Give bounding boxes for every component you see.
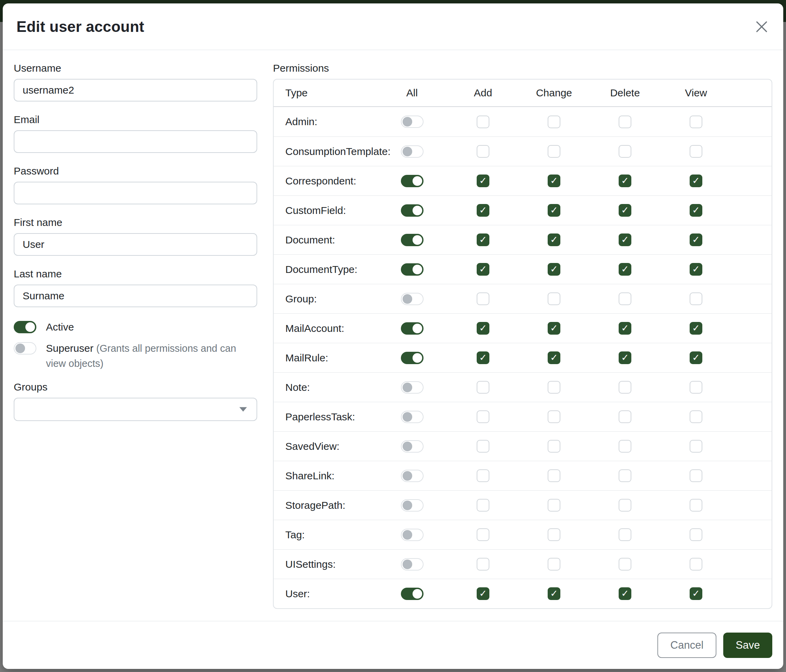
- permission-view-checkbox[interactable]: ✓: [690, 174, 702, 187]
- permission-change-checkbox[interactable]: [548, 558, 560, 570]
- last-name-input[interactable]: [14, 284, 257, 307]
- permission-add-checkbox[interactable]: [477, 381, 489, 394]
- permission-all-toggle[interactable]: [401, 499, 423, 512]
- permission-view-checkbox[interactable]: [690, 145, 702, 158]
- close-button[interactable]: [754, 19, 770, 35]
- permission-add-checkbox[interactable]: ✓: [477, 234, 489, 246]
- email-input[interactable]: [14, 130, 257, 153]
- permission-row: UISettings:: [274, 549, 772, 579]
- active-toggle[interactable]: [14, 321, 36, 333]
- first-name-input[interactable]: [14, 233, 257, 256]
- permission-delete-checkbox[interactable]: ✓: [619, 322, 631, 334]
- permission-delete-checkbox[interactable]: [619, 410, 631, 423]
- username-input[interactable]: [14, 79, 257, 102]
- permission-all-toggle[interactable]: [401, 352, 423, 364]
- permission-add-checkbox[interactable]: [477, 116, 489, 128]
- permission-delete-checkbox[interactable]: [619, 116, 631, 128]
- permission-all-toggle[interactable]: [401, 470, 423, 482]
- permission-change-checkbox[interactable]: [548, 381, 560, 394]
- permission-delete-checkbox[interactable]: [619, 469, 631, 482]
- permission-change-checkbox[interactable]: ✓: [548, 234, 560, 246]
- permission-view-checkbox[interactable]: [690, 528, 702, 541]
- password-input[interactable]: [14, 182, 257, 204]
- permission-delete-checkbox[interactable]: ✓: [619, 352, 631, 364]
- permission-view-checkbox[interactable]: ✓: [690, 234, 702, 246]
- permission-delete-checkbox[interactable]: ✓: [619, 174, 631, 187]
- permission-all-toggle[interactable]: [401, 440, 423, 452]
- permission-add-checkbox[interactable]: ✓: [477, 352, 489, 364]
- permission-change-checkbox[interactable]: [548, 528, 560, 541]
- permission-all-toggle[interactable]: [401, 263, 423, 276]
- permission-add-checkbox[interactable]: ✓: [477, 263, 489, 276]
- permission-all-toggle[interactable]: [401, 145, 423, 158]
- permission-change-checkbox[interactable]: [548, 499, 560, 512]
- permission-view-checkbox[interactable]: ✓: [690, 263, 702, 276]
- permission-all-toggle[interactable]: [401, 322, 423, 334]
- permission-view-checkbox[interactable]: ✓: [690, 204, 702, 217]
- permission-view-checkbox[interactable]: [690, 410, 702, 423]
- permission-all-toggle[interactable]: [401, 381, 423, 394]
- toggle-knob: [402, 471, 412, 481]
- permission-change-checkbox[interactable]: [548, 469, 560, 482]
- save-button[interactable]: Save: [723, 633, 772, 658]
- permission-delete-checkbox[interactable]: [619, 558, 631, 570]
- permission-delete-checkbox[interactable]: [619, 499, 631, 512]
- permission-delete-checkbox[interactable]: [619, 292, 631, 305]
- permission-change-checkbox[interactable]: ✓: [548, 322, 560, 334]
- permission-change-checkbox[interactable]: [548, 145, 560, 158]
- permission-change-checkbox[interactable]: ✓: [548, 352, 560, 364]
- permission-add-checkbox[interactable]: ✓: [477, 322, 489, 334]
- permission-add-checkbox[interactable]: [477, 469, 489, 482]
- groups-select[interactable]: [14, 398, 257, 421]
- permission-all-toggle[interactable]: [401, 558, 423, 570]
- permission-view-checkbox[interactable]: [690, 381, 702, 394]
- permission-delete-checkbox[interactable]: ✓: [619, 263, 631, 276]
- permission-all-toggle[interactable]: [401, 175, 423, 187]
- permission-change-checkbox[interactable]: ✓: [548, 204, 560, 217]
- permission-change-checkbox[interactable]: ✓: [548, 587, 560, 600]
- permission-change-checkbox[interactable]: ✓: [548, 174, 560, 187]
- permission-change-checkbox[interactable]: [548, 410, 560, 423]
- permission-all-toggle[interactable]: [401, 529, 423, 541]
- permission-add-checkbox[interactable]: [477, 440, 489, 452]
- permission-add-checkbox[interactable]: [477, 410, 489, 423]
- permission-delete-checkbox[interactable]: ✓: [619, 204, 631, 217]
- permission-view-checkbox[interactable]: [690, 469, 702, 482]
- permission-view-checkbox[interactable]: ✓: [690, 322, 702, 334]
- permission-add-checkbox[interactable]: [477, 292, 489, 305]
- permission-all-toggle[interactable]: [401, 588, 423, 600]
- permission-all-toggle[interactable]: [401, 411, 423, 423]
- permission-view-checkbox[interactable]: [690, 440, 702, 452]
- permission-change-checkbox[interactable]: [548, 116, 560, 128]
- permission-view-checkbox[interactable]: [690, 292, 702, 305]
- permission-add-checkbox[interactable]: ✓: [477, 174, 489, 187]
- permission-delete-checkbox[interactable]: ✓: [619, 234, 631, 246]
- permission-view-checkbox[interactable]: [690, 499, 702, 512]
- permission-change-checkbox[interactable]: [548, 292, 560, 305]
- permission-delete-checkbox[interactable]: [619, 381, 631, 394]
- permission-add-checkbox[interactable]: ✓: [477, 204, 489, 217]
- superuser-toggle[interactable]: [14, 342, 36, 355]
- permission-add-checkbox[interactable]: ✓: [477, 587, 489, 600]
- email-field-group: Email: [14, 114, 257, 153]
- permission-all-toggle[interactable]: [401, 293, 423, 305]
- cancel-button[interactable]: Cancel: [657, 633, 717, 658]
- permission-add-checkbox[interactable]: [477, 499, 489, 512]
- permission-row: Correspondent:✓✓✓✓: [274, 166, 772, 195]
- permission-change-checkbox[interactable]: [548, 440, 560, 452]
- permission-add-checkbox[interactable]: [477, 558, 489, 570]
- permission-all-toggle[interactable]: [401, 204, 423, 217]
- permission-change-checkbox[interactable]: ✓: [548, 263, 560, 276]
- permission-add-checkbox[interactable]: [477, 528, 489, 541]
- permission-delete-checkbox[interactable]: [619, 528, 631, 541]
- permission-add-checkbox[interactable]: [477, 145, 489, 158]
- permission-delete-checkbox[interactable]: [619, 145, 631, 158]
- permission-all-toggle[interactable]: [401, 116, 423, 128]
- permission-view-checkbox[interactable]: ✓: [690, 587, 702, 600]
- permission-all-toggle[interactable]: [401, 234, 423, 246]
- permission-view-checkbox[interactable]: [690, 116, 702, 128]
- permission-delete-checkbox[interactable]: ✓: [619, 587, 631, 600]
- permission-view-checkbox[interactable]: ✓: [690, 352, 702, 364]
- permission-view-checkbox[interactable]: [690, 558, 702, 570]
- permission-delete-checkbox[interactable]: [619, 440, 631, 452]
